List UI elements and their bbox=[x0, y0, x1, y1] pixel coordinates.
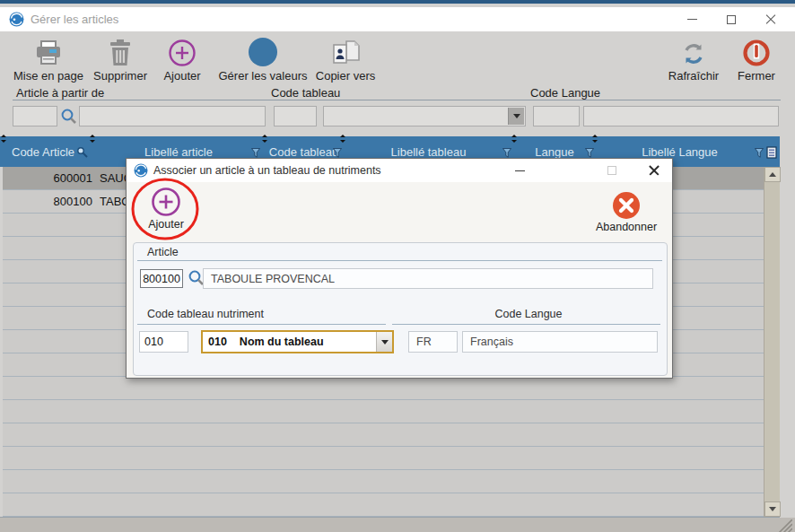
window-title: Gérer les articles bbox=[31, 13, 118, 26]
column-resize-handle[interactable] bbox=[261, 135, 267, 143]
dialog-maximize-button[interactable] bbox=[603, 161, 621, 179]
app-logo-icon bbox=[134, 163, 148, 178]
app-logo-icon bbox=[9, 12, 24, 27]
dialog-title: Associer un article à un tableau de nutr… bbox=[153, 164, 381, 177]
dialog-abandonner-label: Abandonner bbox=[596, 221, 657, 233]
toolbar-label: Copier vers bbox=[316, 69, 375, 83]
titlebar: Gérer les articles bbox=[0, 7, 795, 31]
scroll-up-button[interactable] bbox=[764, 167, 781, 182]
dialog-article-libelle-field[interactable]: TABOULE PROVENCAL bbox=[203, 268, 653, 289]
cell-code-article: 600001 bbox=[3, 171, 92, 185]
column-resize-handle[interactable] bbox=[0, 135, 6, 143]
maximize-button[interactable] bbox=[712, 7, 751, 31]
toolbar-label: Ajouter bbox=[163, 69, 200, 83]
filter-libelle-langue-input[interactable] bbox=[583, 106, 779, 126]
filter-funnel-icon[interactable] bbox=[755, 148, 764, 158]
toolbar-label: Mise en page bbox=[13, 69, 83, 83]
toolbar-supprimer-button[interactable]: Supprimer bbox=[92, 34, 149, 83]
maximize-icon bbox=[727, 15, 736, 24]
toolbar-copier-vers-button[interactable]: Copier vers bbox=[312, 34, 379, 83]
toolbar-label: Gérer les valeurs bbox=[219, 69, 308, 83]
filter-article-code-input[interactable] bbox=[13, 106, 57, 126]
filter-funnel-icon[interactable] bbox=[585, 148, 594, 158]
toolbar-rafraichir-button[interactable]: Rafraîchir bbox=[666, 34, 721, 83]
column-resize-handle[interactable] bbox=[511, 135, 517, 143]
toolbar-mise-en-page-button[interactable]: Mise en page bbox=[7, 34, 90, 83]
dialog-ajouter-button[interactable]: Ajouter bbox=[137, 187, 195, 231]
dialog-tableau-code-input[interactable]: 010 bbox=[139, 331, 188, 353]
minimize-icon bbox=[687, 19, 697, 20]
associate-article-dialog: Associer un article à un tableau de nutr… bbox=[126, 158, 673, 379]
table-row-empty[interactable] bbox=[3, 447, 764, 470]
filter-article-libelle-input[interactable] bbox=[79, 106, 266, 126]
filter-code-tableau-label: Code tableau bbox=[271, 86, 340, 100]
toolbar-label: Rafraîchir bbox=[668, 69, 719, 83]
dialog-article-code-input[interactable]: 800100 bbox=[140, 269, 183, 288]
chevron-down-icon[interactable] bbox=[376, 332, 392, 352]
toolbar-fermer-button[interactable]: Fermer bbox=[732, 34, 781, 83]
app-window: Gérer les articles Mise en page bbox=[0, 0, 795, 532]
column-label: Libellé article bbox=[144, 145, 213, 159]
close-icon bbox=[649, 165, 660, 176]
table-row-empty[interactable] bbox=[3, 493, 764, 517]
dialog-code-langue-label: Code Langue bbox=[394, 308, 663, 320]
minimize-button[interactable] bbox=[672, 7, 712, 31]
column-label: Code Article bbox=[12, 145, 74, 159]
article-section-label: Article bbox=[147, 246, 179, 258]
vertical-scrollbar[interactable] bbox=[764, 167, 780, 517]
filter-bar: Article à partir de Code tableau Code La… bbox=[0, 84, 795, 136]
dialog-titlebar: Associer un article à un tableau de nutr… bbox=[127, 159, 672, 182]
column-resize-handle[interactable] bbox=[591, 135, 598, 143]
printer-icon bbox=[34, 39, 63, 67]
dialog-ajouter-label: Ajouter bbox=[148, 218, 184, 231]
dialog-abandonner-button[interactable]: Abandonner bbox=[586, 191, 667, 233]
filter-funnel-icon[interactable] bbox=[333, 148, 342, 158]
filter-underline bbox=[13, 100, 781, 100]
dialog-minimize-button[interactable] bbox=[511, 161, 529, 179]
filter-article-label: Article à partir de bbox=[16, 86, 104, 100]
search-icon[interactable] bbox=[60, 108, 77, 125]
bottom-bar bbox=[0, 518, 795, 532]
toolbar-gerer-les-valeurs-button[interactable]: Gérer les valeurs bbox=[217, 34, 309, 83]
toolbar-ajouter-button[interactable]: Ajouter bbox=[156, 34, 208, 83]
dialog-langue-libelle-field[interactable]: Français bbox=[462, 331, 658, 353]
close-button[interactable] bbox=[751, 7, 791, 31]
table-row-empty[interactable] bbox=[3, 470, 764, 493]
filter-tableau-dropdown[interactable] bbox=[323, 106, 526, 126]
filter-funnel-icon[interactable] bbox=[251, 148, 260, 158]
table-row-empty[interactable] bbox=[3, 400, 764, 423]
chevron-down-icon[interactable] bbox=[508, 108, 524, 125]
filter-funnel-icon[interactable] bbox=[502, 148, 511, 158]
dialog-langue-code-field[interactable]: FR bbox=[408, 331, 458, 353]
column-resize-handle[interactable] bbox=[89, 135, 95, 143]
arrow-down-icon bbox=[769, 507, 776, 511]
close-icon bbox=[765, 14, 776, 25]
column-label: Libellé tableau bbox=[391, 145, 467, 159]
power-icon bbox=[742, 39, 771, 67]
dialog-close-button[interactable] bbox=[645, 161, 663, 179]
section-underline bbox=[137, 324, 386, 325]
cancel-x-icon bbox=[612, 191, 641, 220]
column-search-icon[interactable] bbox=[76, 146, 88, 158]
plus-circle-icon bbox=[151, 187, 181, 217]
table-options-icon[interactable] bbox=[766, 146, 777, 159]
table-row-empty[interactable] bbox=[3, 377, 764, 400]
column-label: Code tableau bbox=[269, 145, 338, 159]
maximize-icon bbox=[607, 166, 616, 175]
column-label: Libellé Langue bbox=[642, 145, 718, 159]
filter-code-langue-input[interactable] bbox=[533, 106, 580, 126]
section-underline bbox=[392, 324, 660, 325]
filter-code-tableau-input[interactable] bbox=[274, 106, 317, 126]
resize-grip[interactable] bbox=[773, 519, 792, 532]
table-row-empty[interactable] bbox=[3, 423, 764, 447]
section-underline bbox=[137, 260, 662, 261]
plus-circle-icon bbox=[168, 39, 197, 67]
copy-documents-icon bbox=[330, 39, 361, 67]
column-resize-handle[interactable] bbox=[339, 135, 345, 143]
cell-code-article: 800100 bbox=[3, 195, 92, 208]
column-label: Langue bbox=[535, 145, 573, 159]
scroll-down-button[interactable] bbox=[764, 501, 781, 517]
toolbar: Mise en page Supprimer bbox=[0, 31, 795, 84]
column-header-code-article[interactable]: Code Article bbox=[3, 136, 92, 167]
dialog-tableau-dropdown[interactable]: 010 Nom du tableau bbox=[201, 330, 394, 353]
